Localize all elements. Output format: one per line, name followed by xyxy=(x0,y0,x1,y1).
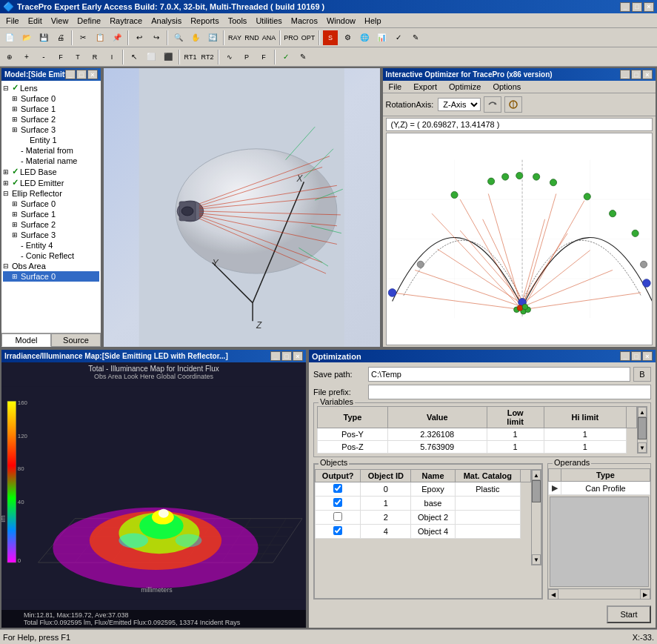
pencil-btn[interactable]: ✎ xyxy=(295,49,311,65)
obj-output-1[interactable] xyxy=(316,497,361,511)
rotation-axis-select[interactable]: Z-Axis X-Axis Y-Axis xyxy=(438,98,481,111)
rotation-btn1[interactable] xyxy=(484,96,501,113)
tool4-btn[interactable]: 📊 xyxy=(373,30,390,46)
menu-edit[interactable]: Edit xyxy=(24,15,47,27)
file-prefix-input[interactable] xyxy=(368,385,651,399)
opt-menu-optimize[interactable]: Optimize xyxy=(443,81,487,93)
raytrace2-btn[interactable]: RT2 xyxy=(199,49,216,65)
ray-btn[interactable]: RAY xyxy=(227,30,243,46)
opt-menu-file[interactable]: File xyxy=(383,81,408,93)
menu-define[interactable]: Define xyxy=(73,15,105,27)
obj-output-2[interactable] xyxy=(316,511,361,525)
tree-item-surf2[interactable]: ⊞ Surface 2 xyxy=(3,114,99,125)
tab-model[interactable]: Model xyxy=(1,333,51,347)
obj-scroll-thumb[interactable] xyxy=(532,480,541,502)
tree-item-led-base[interactable]: ⊞ ✓ LED Base xyxy=(3,166,99,177)
irradiance-controls[interactable]: _ □ × xyxy=(270,351,303,361)
obj-scroll-up[interactable]: ▲ xyxy=(532,470,541,480)
expand-icon[interactable]: ⊞ xyxy=(12,273,19,280)
tree-item-er-surf3[interactable]: ⊞ Surface 3 xyxy=(3,230,99,240)
new-btn[interactable]: 📄 xyxy=(1,30,18,46)
obj-checkbox-1[interactable] xyxy=(333,498,342,507)
expand-icon[interactable]: ⊟ xyxy=(3,190,10,197)
tab-source[interactable]: Source xyxy=(51,333,101,347)
operands-hscroll[interactable]: ◀ ▶ xyxy=(548,588,650,599)
obj-scroll-down[interactable]: ▼ xyxy=(532,554,541,565)
opt-menu-export[interactable]: Export xyxy=(407,81,443,93)
expand-icon[interactable]: ⊞ xyxy=(12,116,19,123)
zoom-out-btn[interactable]: - xyxy=(36,49,52,65)
irr-maximize-btn[interactable]: □ xyxy=(281,351,292,361)
menu-tools[interactable]: Tools xyxy=(224,15,252,27)
tree-item-er-surf1[interactable]: ⊞ Surface 1 xyxy=(3,209,99,219)
tree-item-ellip-reflector[interactable]: ⊟ Ellip Reflector xyxy=(3,188,99,199)
save-path-input[interactable] xyxy=(368,367,630,382)
expand-icon[interactable]: ⊟ xyxy=(3,84,10,92)
raytrace1-btn[interactable]: RT1 xyxy=(182,49,199,65)
model-minimize-btn[interactable]: _ xyxy=(65,70,76,79)
menu-analysis[interactable]: Analysis xyxy=(147,15,186,27)
tree-item-surf1[interactable]: ⊞ Surface 1 xyxy=(3,104,99,114)
tool2-btn[interactable]: ⚙ xyxy=(339,30,356,46)
op-scroll-left[interactable]: ◀ xyxy=(548,589,558,600)
open-btn[interactable]: 📂 xyxy=(19,30,35,46)
zoom-in-btn[interactable]: + xyxy=(19,49,35,65)
optdlg-close-btn[interactable]: × xyxy=(642,351,653,361)
menu-window[interactable]: Window xyxy=(322,15,360,27)
scroll-up-btn[interactable]: ▲ xyxy=(638,407,647,417)
tree-item-material-from[interactable]: - Material from xyxy=(3,145,99,156)
wire-btn[interactable]: ⬜ xyxy=(143,49,159,65)
menu-macros[interactable]: Macros xyxy=(287,15,322,27)
tool1-btn[interactable]: S xyxy=(322,30,338,46)
irr-minimize-btn[interactable]: _ xyxy=(270,351,281,361)
op-scroll-right[interactable]: ▶ xyxy=(640,589,650,600)
objects-scrollbar[interactable]: ▲ ▼ xyxy=(531,469,541,565)
title-bar-controls[interactable]: _ □ × xyxy=(620,2,654,12)
analyze-btn[interactable]: ANA xyxy=(261,30,277,46)
view-right-btn[interactable]: R xyxy=(87,49,103,65)
irr-close-btn[interactable]: × xyxy=(293,351,303,361)
model-maximize-btn[interactable]: □ xyxy=(76,70,87,79)
expand-icon[interactable]: ⊟ xyxy=(3,262,10,270)
prop-btn[interactable]: PRO xyxy=(283,30,299,46)
undo-btn[interactable]: ↩ xyxy=(131,30,147,46)
obj-checkbox-4[interactable] xyxy=(333,526,342,535)
optimization-controls[interactable]: _ □ × xyxy=(620,351,653,361)
tree-item-surf3[interactable]: ⊞ Surface 3 xyxy=(3,125,99,135)
scroll-thumb[interactable] xyxy=(638,417,647,439)
tree-item-entity1[interactable]: (Y,Z) = ( 20.69827, 13.41478 ) Entity 1 xyxy=(3,135,99,145)
3d-viewport[interactable]: X Y Z xyxy=(104,68,380,347)
wave-btn[interactable]: ∿ xyxy=(221,49,238,65)
cut-btn[interactable]: ✂ xyxy=(75,30,91,46)
menu-file[interactable]: File xyxy=(1,15,24,27)
expand-icon[interactable]: ⊞ xyxy=(12,105,19,113)
view-top-btn[interactable]: T xyxy=(70,49,86,65)
scroll-down-btn[interactable]: ▼ xyxy=(638,442,647,453)
expand-icon[interactable]: ⊞ xyxy=(12,95,19,102)
obj-output-4[interactable] xyxy=(316,525,361,539)
tree-item-conic[interactable]: - Conic Reflect xyxy=(3,250,99,261)
expand-icon[interactable]: ⊞ xyxy=(3,179,10,187)
tree-item-obs-surf0[interactable]: ⊞ Surface 0 xyxy=(3,271,99,282)
browse-button[interactable]: B xyxy=(633,367,651,382)
expand-icon[interactable]: ⊞ xyxy=(12,231,19,239)
zoom-fit-btn[interactable]: ⊕ xyxy=(1,49,18,65)
tool6-btn[interactable]: ✎ xyxy=(407,30,424,46)
copy-btn[interactable]: 📋 xyxy=(92,30,108,46)
flux-btn[interactable]: F xyxy=(256,49,272,65)
tool3-btn[interactable]: 🌐 xyxy=(356,30,373,46)
check-btn[interactable]: ✓ xyxy=(278,49,294,65)
model-close-btn[interactable]: × xyxy=(87,70,98,79)
expand-icon[interactable]: ⊞ xyxy=(3,168,10,176)
rotation-btn2[interactable] xyxy=(504,96,522,113)
opt-btn2[interactable]: OPT xyxy=(300,30,316,46)
minimize-button[interactable]: _ xyxy=(620,2,630,12)
view-iso-btn[interactable]: I xyxy=(104,49,120,65)
prop2-btn[interactable]: P xyxy=(239,49,255,65)
pan-btn[interactable]: ✋ xyxy=(187,30,204,46)
opt-menu-options[interactable]: Options xyxy=(487,81,527,93)
obj-checkbox-0[interactable] xyxy=(333,484,342,493)
start-button[interactable]: Start xyxy=(607,605,651,623)
optdlg-minimize-btn[interactable]: _ xyxy=(620,351,630,361)
print-btn[interactable]: 🖨 xyxy=(53,30,69,46)
